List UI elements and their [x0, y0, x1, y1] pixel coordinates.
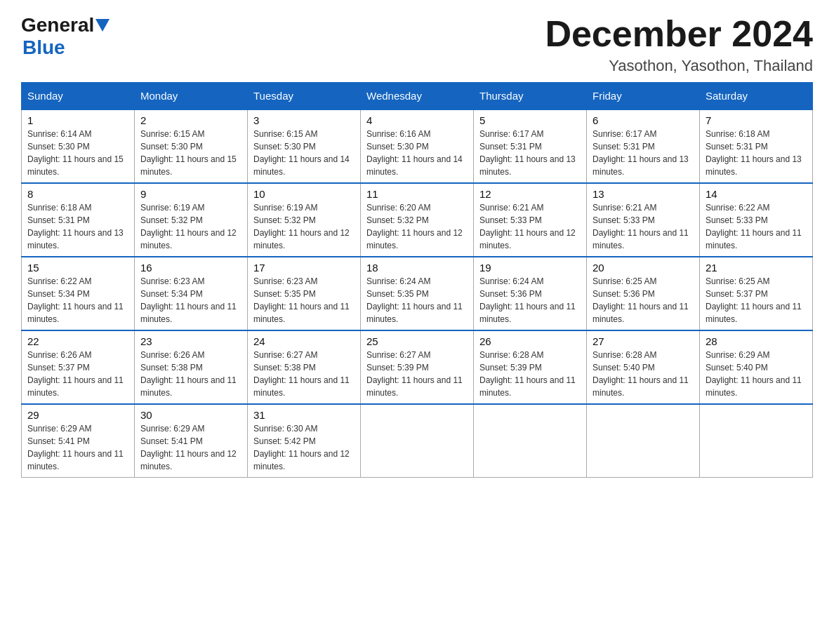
- day-number: 25: [366, 335, 468, 347]
- calendar-day-cell: 15Sunrise: 6:22 AMSunset: 5:34 PMDayligh…: [22, 257, 135, 330]
- month-title: December 2024: [545, 14, 813, 54]
- calendar-day-cell: 14Sunrise: 6:22 AMSunset: 5:33 PMDayligh…: [700, 183, 813, 257]
- day-number: 21: [706, 262, 807, 274]
- calendar-day-cell: 2Sunrise: 6:15 AMSunset: 5:30 PMDaylight…: [135, 109, 248, 183]
- calendar-day-cell: 27Sunrise: 6:28 AMSunset: 5:40 PMDayligh…: [587, 330, 700, 404]
- calendar-day-cell: 26Sunrise: 6:28 AMSunset: 5:39 PMDayligh…: [474, 330, 587, 404]
- calendar-empty-cell: [474, 404, 587, 478]
- day-info: Sunrise: 6:20 AMSunset: 5:32 PMDaylight:…: [366, 203, 463, 250]
- day-info: Sunrise: 6:23 AMSunset: 5:34 PMDaylight:…: [140, 276, 237, 324]
- calendar-day-cell: 24Sunrise: 6:27 AMSunset: 5:38 PMDayligh…: [248, 330, 361, 404]
- calendar-day-cell: 21Sunrise: 6:25 AMSunset: 5:37 PMDayligh…: [700, 257, 813, 330]
- day-number: 27: [593, 335, 694, 347]
- day-number: 14: [706, 188, 807, 200]
- day-number: 18: [366, 262, 468, 274]
- calendar-day-cell: 28Sunrise: 6:29 AMSunset: 5:40 PMDayligh…: [700, 330, 813, 404]
- day-number: 29: [27, 409, 128, 421]
- day-info: Sunrise: 6:22 AMSunset: 5:33 PMDaylight:…: [706, 203, 802, 250]
- day-number: 20: [593, 262, 694, 274]
- day-info: Sunrise: 6:18 AMSunset: 5:31 PMDaylight:…: [706, 129, 802, 177]
- day-info: Sunrise: 6:24 AMSunset: 5:36 PMDaylight:…: [479, 276, 576, 324]
- day-number: 11: [366, 188, 468, 200]
- calendar-week-row: 1Sunrise: 6:14 AMSunset: 5:30 PMDaylight…: [22, 109, 813, 183]
- calendar-day-cell: 30Sunrise: 6:29 AMSunset: 5:41 PMDayligh…: [135, 404, 248, 478]
- day-number: 30: [140, 409, 241, 421]
- day-number: 13: [593, 188, 694, 200]
- logo: General Blue: [21, 14, 110, 59]
- calendar-header-thursday: Thursday: [474, 83, 587, 110]
- day-info: Sunrise: 6:22 AMSunset: 5:34 PMDaylight:…: [27, 276, 124, 324]
- calendar-day-cell: 7Sunrise: 6:18 AMSunset: 5:31 PMDaylight…: [700, 109, 813, 183]
- calendar-header-monday: Monday: [135, 83, 248, 110]
- day-info: Sunrise: 6:19 AMSunset: 5:32 PMDaylight:…: [140, 203, 237, 250]
- calendar-day-cell: 22Sunrise: 6:26 AMSunset: 5:37 PMDayligh…: [22, 330, 135, 404]
- calendar-day-cell: 6Sunrise: 6:17 AMSunset: 5:31 PMDaylight…: [587, 109, 700, 183]
- day-number: 26: [479, 335, 581, 347]
- logo-triangle-icon: [95, 19, 110, 32]
- day-info: Sunrise: 6:17 AMSunset: 5:31 PMDaylight:…: [593, 129, 689, 177]
- day-info: Sunrise: 6:30 AMSunset: 5:42 PMDaylight:…: [253, 424, 350, 471]
- day-number: 31: [253, 409, 355, 421]
- day-info: Sunrise: 6:29 AMSunset: 5:41 PMDaylight:…: [27, 424, 124, 471]
- day-info: Sunrise: 6:21 AMSunset: 5:33 PMDaylight:…: [479, 203, 576, 250]
- day-info: Sunrise: 6:23 AMSunset: 5:35 PMDaylight:…: [253, 276, 350, 324]
- logo-general-text: General: [21, 14, 94, 36]
- calendar-day-cell: 20Sunrise: 6:25 AMSunset: 5:36 PMDayligh…: [587, 257, 700, 330]
- location-title: Yasothon, Yasothon, Thailand: [545, 57, 813, 75]
- calendar-header-saturday: Saturday: [700, 83, 813, 110]
- calendar-header-tuesday: Tuesday: [248, 83, 361, 110]
- calendar-day-cell: 5Sunrise: 6:17 AMSunset: 5:31 PMDaylight…: [474, 109, 587, 183]
- day-number: 4: [366, 114, 468, 126]
- calendar-day-cell: 3Sunrise: 6:15 AMSunset: 5:30 PMDaylight…: [248, 109, 361, 183]
- calendar-empty-cell: [361, 404, 474, 478]
- calendar-header-friday: Friday: [587, 83, 700, 110]
- day-info: Sunrise: 6:26 AMSunset: 5:38 PMDaylight:…: [140, 350, 237, 398]
- day-info: Sunrise: 6:18 AMSunset: 5:31 PMDaylight:…: [27, 203, 124, 250]
- day-info: Sunrise: 6:29 AMSunset: 5:41 PMDaylight:…: [140, 424, 237, 471]
- calendar-day-cell: 10Sunrise: 6:19 AMSunset: 5:32 PMDayligh…: [248, 183, 361, 257]
- day-number: 5: [479, 114, 581, 126]
- calendar-day-cell: 1Sunrise: 6:14 AMSunset: 5:30 PMDaylight…: [22, 109, 135, 183]
- calendar-day-cell: 31Sunrise: 6:30 AMSunset: 5:42 PMDayligh…: [248, 404, 361, 478]
- day-info: Sunrise: 6:24 AMSunset: 5:35 PMDaylight:…: [366, 276, 463, 324]
- logo-blue-text: Blue: [22, 36, 65, 58]
- calendar-empty-cell: [587, 404, 700, 478]
- day-info: Sunrise: 6:28 AMSunset: 5:39 PMDaylight:…: [479, 350, 576, 398]
- page-header: General Blue December 2024 Yasothon, Yas…: [21, 14, 813, 75]
- day-number: 24: [253, 335, 355, 347]
- calendar-day-cell: 18Sunrise: 6:24 AMSunset: 5:35 PMDayligh…: [361, 257, 474, 330]
- day-info: Sunrise: 6:19 AMSunset: 5:32 PMDaylight:…: [253, 203, 350, 250]
- day-info: Sunrise: 6:21 AMSunset: 5:33 PMDaylight:…: [593, 203, 689, 250]
- day-number: 16: [140, 262, 241, 274]
- day-info: Sunrise: 6:15 AMSunset: 5:30 PMDaylight:…: [140, 129, 237, 177]
- day-info: Sunrise: 6:16 AMSunset: 5:30 PMDaylight:…: [366, 129, 463, 177]
- title-section: December 2024 Yasothon, Yasothon, Thaila…: [545, 14, 813, 75]
- day-info: Sunrise: 6:15 AMSunset: 5:30 PMDaylight:…: [253, 129, 350, 177]
- day-info: Sunrise: 6:27 AMSunset: 5:39 PMDaylight:…: [366, 350, 463, 398]
- day-number: 7: [706, 114, 807, 126]
- day-number: 15: [27, 262, 128, 274]
- calendar-day-cell: 25Sunrise: 6:27 AMSunset: 5:39 PMDayligh…: [361, 330, 474, 404]
- calendar-week-row: 29Sunrise: 6:29 AMSunset: 5:41 PMDayligh…: [22, 404, 813, 478]
- calendar-header-wednesday: Wednesday: [361, 83, 474, 110]
- calendar-table: SundayMondayTuesdayWednesdayThursdayFrid…: [21, 82, 813, 478]
- day-number: 22: [27, 335, 128, 347]
- calendar-day-cell: 16Sunrise: 6:23 AMSunset: 5:34 PMDayligh…: [135, 257, 248, 330]
- calendar-header-row: SundayMondayTuesdayWednesdayThursdayFrid…: [22, 83, 813, 110]
- calendar-day-cell: 9Sunrise: 6:19 AMSunset: 5:32 PMDaylight…: [135, 183, 248, 257]
- svg-marker-0: [95, 19, 110, 32]
- day-number: 10: [253, 188, 355, 200]
- calendar-day-cell: 23Sunrise: 6:26 AMSunset: 5:38 PMDayligh…: [135, 330, 248, 404]
- calendar-day-cell: 19Sunrise: 6:24 AMSunset: 5:36 PMDayligh…: [474, 257, 587, 330]
- day-number: 12: [479, 188, 581, 200]
- calendar-week-row: 8Sunrise: 6:18 AMSunset: 5:31 PMDaylight…: [22, 183, 813, 257]
- calendar-week-row: 22Sunrise: 6:26 AMSunset: 5:37 PMDayligh…: [22, 330, 813, 404]
- day-info: Sunrise: 6:26 AMSunset: 5:37 PMDaylight:…: [27, 350, 124, 398]
- day-info: Sunrise: 6:27 AMSunset: 5:38 PMDaylight:…: [253, 350, 350, 398]
- day-number: 17: [253, 262, 355, 274]
- day-number: 9: [140, 188, 241, 200]
- day-number: 6: [593, 114, 694, 126]
- day-info: Sunrise: 6:28 AMSunset: 5:40 PMDaylight:…: [593, 350, 689, 398]
- calendar-week-row: 15Sunrise: 6:22 AMSunset: 5:34 PMDayligh…: [22, 257, 813, 330]
- day-number: 28: [706, 335, 807, 347]
